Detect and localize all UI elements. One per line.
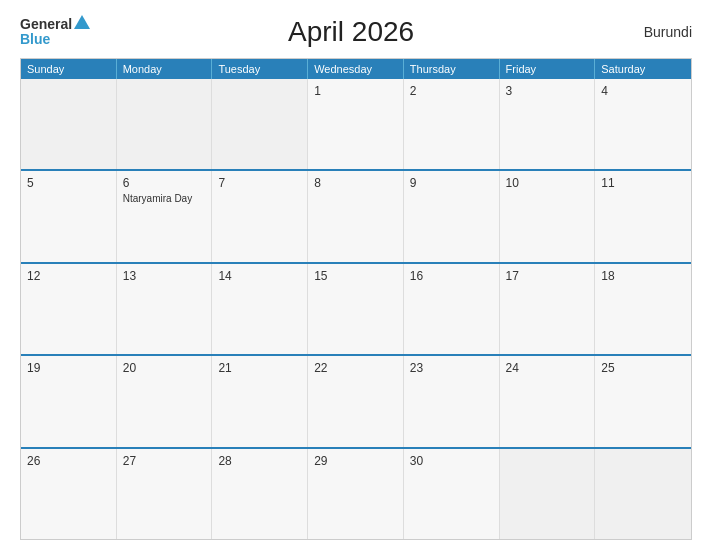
cal-cell: 8	[308, 171, 404, 261]
cal-cell: 1	[308, 79, 404, 169]
cal-cell: 30	[404, 449, 500, 539]
cal-cell: 5	[21, 171, 117, 261]
header: General Blue April 2026 Burundi	[20, 16, 692, 48]
cal-cell: 12	[21, 264, 117, 354]
cal-cell: 9	[404, 171, 500, 261]
cal-cell: 22	[308, 356, 404, 446]
col-sunday: Sunday	[21, 59, 117, 79]
logo-blue-text: Blue	[20, 32, 50, 47]
col-thursday: Thursday	[404, 59, 500, 79]
calendar: Sunday Monday Tuesday Wednesday Thursday…	[20, 58, 692, 540]
cal-cell: 24	[500, 356, 596, 446]
cal-cell: 25	[595, 356, 691, 446]
col-monday: Monday	[117, 59, 213, 79]
logo-triangle-icon	[74, 15, 90, 29]
cal-cell: 10	[500, 171, 596, 261]
cal-cell: 20	[117, 356, 213, 446]
cal-cell	[500, 449, 596, 539]
cal-cell	[212, 79, 308, 169]
cal-cell: 28	[212, 449, 308, 539]
cal-cell: 14	[212, 264, 308, 354]
cal-cell: 18	[595, 264, 691, 354]
week-row-2: 5 6 Ntaryamira Day 7 8 9 10 11	[21, 169, 691, 261]
cal-cell: 6 Ntaryamira Day	[117, 171, 213, 261]
cal-cell	[595, 449, 691, 539]
cal-cell: 19	[21, 356, 117, 446]
cal-cell: 29	[308, 449, 404, 539]
cal-cell: 21	[212, 356, 308, 446]
cal-cell: 13	[117, 264, 213, 354]
logo: General Blue	[20, 17, 90, 48]
cal-cell: 17	[500, 264, 596, 354]
week-row-1: 1 2 3 4	[21, 79, 691, 169]
col-wednesday: Wednesday	[308, 59, 404, 79]
col-tuesday: Tuesday	[212, 59, 308, 79]
cal-cell	[117, 79, 213, 169]
cal-cell: 27	[117, 449, 213, 539]
logo-general-text: General	[20, 17, 72, 32]
cal-cell: 7	[212, 171, 308, 261]
cal-cell	[21, 79, 117, 169]
cal-cell: 11	[595, 171, 691, 261]
week-row-3: 12 13 14 15 16 17 18	[21, 262, 691, 354]
week-row-4: 19 20 21 22 23 24 25	[21, 354, 691, 446]
col-friday: Friday	[500, 59, 596, 79]
cal-cell: 3	[500, 79, 596, 169]
cal-cell: 4	[595, 79, 691, 169]
week-row-5: 26 27 28 29 30	[21, 447, 691, 539]
calendar-header: Sunday Monday Tuesday Wednesday Thursday…	[21, 59, 691, 79]
col-saturday: Saturday	[595, 59, 691, 79]
cal-cell: 2	[404, 79, 500, 169]
cal-cell: 26	[21, 449, 117, 539]
calendar-title: April 2026	[90, 16, 612, 48]
country-label: Burundi	[612, 24, 692, 40]
page: General Blue April 2026 Burundi Sunday M…	[0, 0, 712, 550]
calendar-body: 1 2 3 4 5 6 Ntaryamira Day 7 8 9 10 11	[21, 79, 691, 539]
cal-cell: 16	[404, 264, 500, 354]
cal-cell: 15	[308, 264, 404, 354]
cal-cell: 23	[404, 356, 500, 446]
